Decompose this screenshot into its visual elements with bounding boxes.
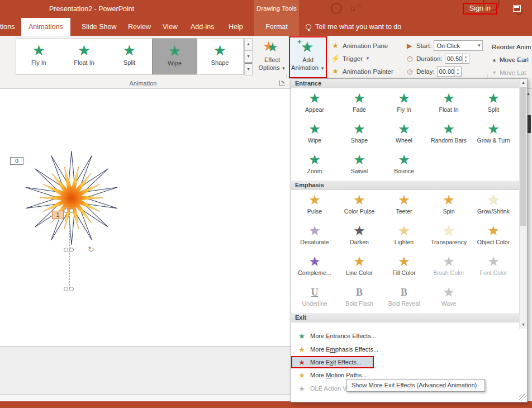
animation-order-badge-zero[interactable]: 0: [10, 157, 23, 165]
object-color-icon: ★: [471, 224, 516, 238]
delay-clock-icon: ◶: [407, 68, 414, 75]
tab-add-ins[interactable]: Add-ins: [183, 18, 221, 36]
effect-fill-color[interactable]: ★Fill Color: [382, 252, 426, 282]
sign-in-button[interactable]: Sign in: [463, 3, 497, 15]
rotate-handle-icon[interactable]: ↻: [88, 245, 94, 254]
effect-swivel[interactable]: ★Swivel: [337, 150, 382, 181]
display-settings-icon[interactable]: [513, 5, 521, 12]
selection-handle-pair[interactable]: [64, 208, 74, 213]
effect-float-in[interactable]: ★Float In: [426, 88, 471, 119]
effect-random-bars[interactable]: ★Random Bars: [426, 119, 471, 150]
tab-transitions-partial[interactable]: tions: [0, 18, 20, 36]
move-earlier-button[interactable]: ▲ Move Earl: [492, 53, 532, 66]
emphasis-star-icon: ★: [298, 345, 306, 354]
starburst-shape[interactable]: [23, 150, 120, 246]
line-color-icon: ★: [337, 254, 382, 269]
teeter-icon: ★: [382, 193, 426, 207]
effect-appear[interactable]: ★Appear: [292, 88, 337, 119]
gallery-scroll-buttons: ▲ ▼ ▼: [244, 38, 253, 75]
gallery-scroll-down-icon[interactable]: ▼: [244, 50, 253, 63]
tab-slide-show[interactable]: Slide Show: [74, 18, 124, 36]
effect-transparency[interactable]: ★Transparency: [426, 221, 471, 252]
effect-font-color-disabled: ★Font Color: [471, 252, 516, 282]
more-exit-effects-item[interactable]: ★ More Exit Effects...: [291, 356, 374, 368]
effect-desaturate[interactable]: ★Desaturate: [292, 221, 337, 252]
triangle-up-icon: ▲: [492, 57, 497, 63]
effect-grow-shrink[interactable]: ★Grow/Shrink: [471, 190, 516, 221]
dialog-launcher-icon[interactable]: [279, 80, 285, 86]
animation-pane-button[interactable]: ★ Animation Pane: [331, 39, 403, 52]
effect-wheel[interactable]: ★Wheel: [382, 119, 426, 150]
duration-spin-buttons[interactable]: ▲▼: [462, 54, 468, 63]
more-emphasis-effects-item[interactable]: ★ More Emphasis Effects...: [291, 343, 519, 356]
effect-fade[interactable]: ★Fade: [337, 88, 382, 119]
gallery-item-fly-in[interactable]: ★ Fly In: [16, 39, 61, 74]
start-dropdown[interactable]: On Click ▼: [434, 40, 483, 51]
animation-painter-button[interactable]: ★ Animation Painter: [331, 65, 403, 78]
move-later-button[interactable]: ▼ Move Lat: [492, 66, 532, 79]
selection-handle-pair[interactable]: [64, 248, 74, 252]
delay-stepper[interactable]: 00.00 ▲▼: [437, 67, 462, 77]
trigger-button[interactable]: ⚡ Trigger ▼: [331, 52, 403, 65]
underline-icon: U: [292, 285, 337, 300]
appear-icon: ★: [292, 91, 337, 106]
effect-shape[interactable]: ★Shape: [337, 119, 382, 150]
gallery-scroll-up-icon[interactable]: ▲: [244, 38, 253, 50]
effect-darken[interactable]: ★Darken: [337, 221, 382, 252]
gallery-item-shape[interactable]: ★ Shape: [197, 39, 243, 74]
zoom-icon: ★: [292, 153, 337, 167]
effect-bold-flash-disabled: BBold Flash: [337, 282, 382, 313]
emphasis-effects-grid: ★Pulse ★Color Pulse ★Teeter ★Spin ★Grow/…: [291, 190, 519, 313]
effect-options-icon: ★★: [255, 37, 289, 56]
gallery-item-wipe-selected[interactable]: ★ Wipe: [152, 39, 197, 74]
effect-lighten[interactable]: ★Lighten: [382, 221, 426, 252]
tab-help[interactable]: Help: [221, 18, 250, 36]
gallery-item-split[interactable]: ★ Split: [107, 39, 152, 74]
menu-resize-grip[interactable]: [519, 394, 526, 401]
drawing-tools-label: Drawing Tools: [254, 5, 299, 12]
effect-bounce[interactable]: ★Bounce: [382, 150, 426, 181]
menu-scrollbar-thumb[interactable]: [520, 87, 526, 226]
more-entrance-effects-item[interactable]: ★ More Entrance Effects...: [291, 329, 519, 343]
wave-icon: ★: [426, 285, 471, 300]
more-exit-effects-tooltip: Show More Exit Effects (Advanced Animati…: [346, 379, 485, 392]
ole-star-icon: ★: [298, 385, 306, 393]
tab-format[interactable]: Format: [254, 18, 299, 36]
tab-review[interactable]: Review: [121, 18, 158, 36]
menu-scrollbar[interactable]: ▲ ▼: [519, 79, 527, 329]
tell-me-box[interactable]: Tell me what you want to do: [306, 18, 401, 36]
effect-grow-and-turn[interactable]: ★Grow & Turn: [471, 119, 516, 150]
effect-fly-in[interactable]: ★Fly In: [382, 88, 426, 119]
tab-view[interactable]: View: [155, 18, 185, 36]
effect-complementary-color[interactable]: ★Compleme...: [292, 252, 337, 282]
tab-animations[interactable]: Animations: [21, 18, 70, 36]
selection-handle-pair[interactable]: [64, 287, 74, 291]
effect-object-color[interactable]: ★Object Color: [471, 221, 516, 252]
effect-wipe[interactable]: ★Wipe: [292, 119, 337, 150]
effect-line-color[interactable]: ★Line Color: [337, 252, 382, 282]
effect-color-pulse[interactable]: ★Color Pulse: [337, 190, 382, 221]
bounce-icon: ★: [382, 153, 426, 167]
fly-in-icon: ★: [382, 91, 426, 106]
duration-stepper[interactable]: 00.50 ▲▼: [445, 54, 469, 64]
animation-group-label: Animation: [0, 80, 286, 87]
effect-spin[interactable]: ★Spin: [426, 190, 471, 221]
bold-reveal-icon: B: [382, 285, 426, 300]
menu-scroll-down-icon[interactable]: ▼: [520, 321, 527, 329]
gallery-more-icon[interactable]: ▼: [244, 63, 253, 75]
add-animation-button[interactable]: +★ Add Animation ▼: [291, 37, 325, 77]
effect-options-button[interactable]: ★★ Effect Options ▼: [255, 37, 289, 77]
effect-pulse[interactable]: ★Pulse: [292, 190, 337, 221]
delay-spin-buttons[interactable]: ▲▼: [454, 67, 460, 76]
delay-label: Delay:: [416, 68, 435, 75]
effect-teeter[interactable]: ★Teeter: [382, 190, 426, 221]
animation-order-badge-one[interactable]: 1: [52, 211, 64, 219]
desaturate-icon: ★: [292, 224, 337, 238]
menu-scroll-up-icon[interactable]: ▲: [520, 79, 527, 87]
wipe-icon: ★: [292, 122, 337, 136]
gallery-item-float-in[interactable]: ★ Float In: [61, 39, 107, 74]
chevron-down-icon: ▼: [477, 43, 482, 48]
effect-split[interactable]: ★Split: [471, 88, 516, 119]
effect-zoom[interactable]: ★Zoom: [292, 150, 337, 181]
duration-clock-icon: ◷: [407, 55, 414, 63]
